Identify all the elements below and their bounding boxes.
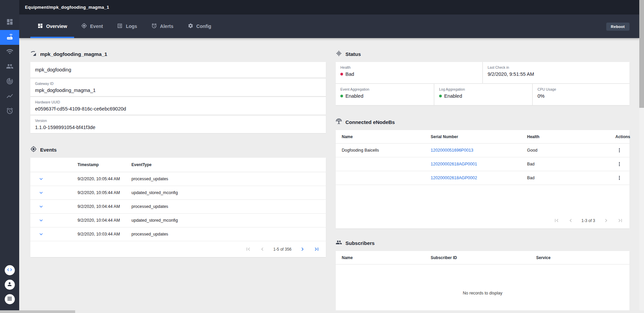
enodebs-table-header: Name Serial Number Health Actions [336, 130, 630, 144]
header-subscriber-id: Subscriber ID [431, 255, 536, 260]
sidebar-item-equipment[interactable] [0, 30, 19, 45]
chevron-down-icon [38, 204, 44, 210]
expand-row-button[interactable] [37, 230, 45, 238]
cpu-usage-label: CPU Usage [538, 87, 625, 91]
header-actions: Actions [615, 134, 623, 139]
status-row-2: Event Aggregation Enabled Log Aggregatio… [336, 84, 630, 105]
equalizer-icon [336, 50, 342, 58]
events-icon [30, 146, 37, 154]
health-cell: Health Bad [336, 62, 482, 83]
sidebar-item-dashboard[interactable] [0, 15, 19, 30]
first-page-icon [245, 246, 251, 252]
expand-row-button[interactable] [37, 189, 45, 197]
enodeb-serial-link[interactable]: 120200002618AGP0002 [431, 176, 477, 180]
horizontal-scrollbar-thumb[interactable] [0, 310, 75, 313]
row-actions-button[interactable] [615, 146, 623, 154]
apps-icon [7, 296, 12, 303]
last-check-in-value: 9/2/2020, 9:51:55 AM [488, 71, 625, 77]
overview-icon [37, 23, 43, 30]
account-button[interactable] [5, 280, 15, 290]
sidebar-item-network[interactable] [0, 45, 19, 60]
enabled-dot [340, 95, 343, 97]
gateway-info-card: mpk_dogfooding Gateway ID mpk_dogfooding… [30, 62, 326, 133]
log-aggregation-cell: Log Aggregation Enabled [434, 84, 532, 105]
last-page-button[interactable] [617, 217, 623, 224]
next-page-button[interactable] [603, 217, 609, 224]
api-docs-button[interactable] [5, 265, 15, 275]
vertical-scrollbar[interactable] [639, 0, 644, 310]
reboot-button[interactable]: Reboot [606, 23, 630, 31]
config-icon [188, 23, 193, 30]
vertical-scrollbar-thumb[interactable] [639, 0, 644, 108]
tab-logs[interactable]: Logs [110, 14, 144, 38]
gateway-title: mpk_dogfooding_magma_1 [40, 51, 107, 57]
wifi-icon [6, 48, 13, 57]
tab-label: Config [196, 24, 211, 29]
tab-overview[interactable]: Overview [30, 14, 74, 38]
event-timestamp: 9/2/2020, 10:05:44 AM [78, 190, 131, 195]
last-check-in-cell: Last Check in 9/2/2020, 9:51:55 AM [483, 62, 630, 83]
row-actions-button[interactable] [615, 160, 623, 168]
subscribers-title: Subscribers [345, 240, 375, 246]
prev-page-button[interactable] [259, 246, 266, 253]
enodeb-serial-link[interactable]: 120200002618AGP0001 [431, 162, 477, 166]
sidebar-item-subscribers[interactable] [0, 60, 19, 74]
chevron-down-icon [38, 231, 44, 237]
person-icon [7, 281, 12, 288]
event-type: processed_updates [131, 177, 326, 181]
breadcrumb: Equipment/mpk_dogfooding_magma_1 [25, 5, 109, 10]
event-aggregation-value: Enabled [340, 93, 429, 99]
enodeb-health: Bad [527, 176, 615, 180]
expand-row-button[interactable] [37, 216, 45, 224]
last-page-icon [313, 246, 320, 252]
last-page-button[interactable] [313, 246, 320, 253]
sidebar-item-metrics[interactable] [0, 89, 19, 104]
event-timestamp: 9/2/2020, 10:05:44 AM [78, 177, 131, 181]
apps-button[interactable] [5, 294, 15, 304]
header-name: Name [342, 255, 431, 260]
sidebar-item-tracking[interactable] [0, 74, 19, 89]
enodeb-serial-link[interactable]: 1202000051696P0013 [431, 148, 473, 153]
event-type: updated_stored_mconfig [131, 218, 326, 223]
prev-page-button[interactable] [567, 217, 574, 224]
enodebs-pagination: 1-3 of 3 [336, 213, 630, 228]
alerts-icon [151, 23, 157, 30]
last-page-icon [617, 217, 623, 224]
row-actions-button[interactable] [615, 174, 623, 182]
main-content: mpk_dogfooding_magma_1 mpk_dogfooding Ga… [19, 38, 639, 310]
header-health: Health [527, 134, 615, 139]
tab-alerts[interactable]: Alerts [144, 14, 181, 38]
first-page-button[interactable] [245, 246, 252, 253]
no-records-message: No records to display [336, 264, 630, 310]
next-page-icon [299, 246, 306, 252]
status-title: Status [345, 51, 361, 57]
tab-label: Overview [46, 24, 67, 29]
event-row: 9/2/2020, 10:04:44 AM updated_stored_mco… [30, 214, 326, 227]
expand-row-button[interactable] [37, 175, 45, 183]
tab-bar: Overview Event Logs Alerts Config Reboot [19, 14, 639, 38]
events-title-row: Events [30, 145, 326, 154]
event-row: 9/2/2020, 10:03:44 AM processed_updates [30, 227, 326, 241]
gateway-column: mpk_dogfooding_magma_1 mpk_dogfooding Ga… [30, 50, 326, 310]
logs-icon [117, 23, 123, 30]
enodeb-name: Dogfooding Baicells [342, 148, 431, 153]
enodeb-row: 120200002618AGP0001 Bad [336, 157, 630, 171]
next-page-button[interactable] [299, 246, 306, 253]
expand-row-button[interactable] [37, 202, 45, 211]
subscribers-table-header: Name Subscriber ID Service [336, 251, 630, 264]
health-value: Bad [340, 71, 478, 77]
enodeb-row: Dogfooding Baicells 1202000051696P0013 G… [336, 144, 630, 157]
log-aggregation-label: Log Aggregation [439, 87, 527, 91]
field-value: e059637f-cd55-4109-816c-ce6ebc69020d [35, 106, 321, 112]
gateway-title-row: mpk_dogfooding_magma_1 [30, 50, 326, 58]
enodeb-health: Good [527, 148, 615, 153]
chevron-down-icon [38, 217, 44, 223]
sidebar-item-alarms[interactable] [0, 104, 19, 119]
events-table: Timestamp EventType 9/2/2020, 10:05:44 A… [30, 158, 326, 257]
event-timestamp: 9/2/2020, 10:04:44 AM [78, 218, 131, 223]
horizontal-scrollbar[interactable] [0, 310, 644, 313]
first-page-button[interactable] [553, 217, 560, 224]
tab-config[interactable]: Config [181, 14, 218, 38]
tab-event[interactable]: Event [74, 14, 110, 38]
chevron-down-icon [38, 190, 44, 196]
